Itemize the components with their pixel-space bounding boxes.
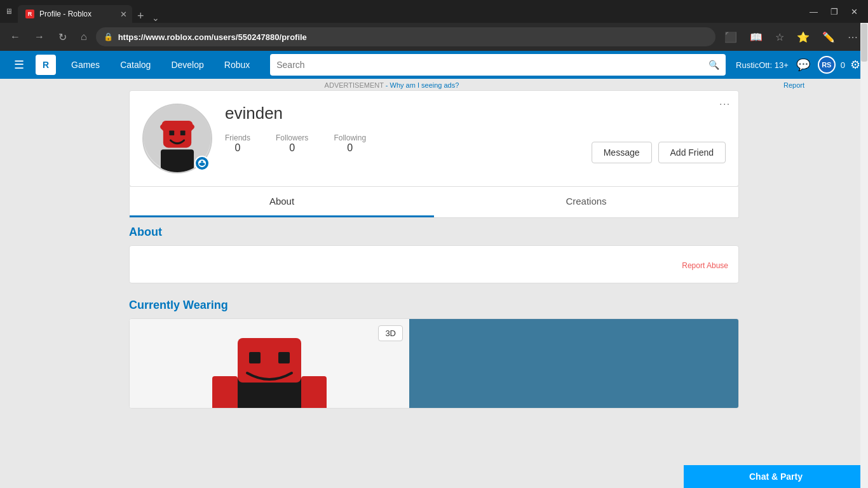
search-bar[interactable]: 🔍 [270,54,726,76]
bookmark-button[interactable]: ☆ [770,29,789,46]
favorites-button[interactable]: ⭐ [792,29,815,46]
svg-rect-12 [278,352,290,363]
wearing-card: 3D [129,318,739,409]
nav-catalog-link[interactable]: Catalog [110,51,161,79]
svg-rect-1 [161,149,194,172]
chat-party-bar[interactable]: Chat & Party [684,465,868,488]
home-button[interactable]: ⌂ [76,29,92,45]
minimize-button[interactable]: — [804,6,823,18]
tab-favicon: R [25,10,34,18]
profile-card: ··· [129,90,739,187]
address-text: https://www.roblox.com/users/550247880/p… [118,32,708,42]
roblox-logo[interactable]: R [36,55,56,75]
svg-rect-9 [301,376,327,408]
nav-actions: ⬛ 📖 ☆ ⭐ ✏️ ⋯ [719,29,863,46]
avatar-container [142,104,212,173]
add-friend-button[interactable]: Add Friend [658,142,726,163]
wearing-avatar-viewer: 3D [130,319,409,408]
titlebar-controls: — ❐ ✕ [804,6,863,18]
wearing-title: Currently Wearing [129,299,739,312]
toggle-3d-button[interactable]: 3D [378,325,403,341]
address-bar[interactable]: 🔒 https://www.roblox.com/users/550247880… [96,27,715,46]
friends-stat[interactable]: Friends 0 [225,133,250,154]
reader-view-button[interactable]: 📖 [745,29,768,46]
about-section: About Report Abuse [129,218,739,291]
username-display: RusticOtt: 13+ [736,60,789,70]
back-button[interactable]: ← [5,29,25,45]
profile-tabs: About Creations [129,187,739,218]
close-button[interactable]: ✕ [846,6,863,18]
followers-stat[interactable]: Followers 0 [276,133,308,154]
followers-count: 0 [276,142,308,154]
currently-wearing-section: Currently Wearing 3 [129,291,739,416]
advertisement-label: ADVERTISEMENT [325,81,384,89]
tab-title: Profile - Roblox [39,10,92,18]
extensions-button[interactable]: ⬛ [719,29,742,46]
rs-badge[interactable]: RS [818,56,836,74]
user-section: RusticOtt: 13+ 💬 RS 0 ⚙ [736,56,860,74]
nav-games-link[interactable]: Games [61,51,110,79]
following-count: 0 [334,142,366,154]
nav-robux-link[interactable]: Robux [214,51,260,79]
hamburger-menu-button[interactable]: ☰ [8,55,31,74]
browser-tab-active[interactable]: R Profile - Roblox ✕ [18,5,132,23]
following-label: Following [334,133,366,142]
scrollbar-track[interactable] [860,23,868,488]
browser-navbar: ← → ↻ ⌂ 🔒 https://www.roblox.com/users/5… [0,23,868,51]
browser-titlebar: 🖥 R Profile - Roblox ✕ + ⌄ — ❐ ✕ [0,0,868,23]
followers-label: Followers [276,133,308,142]
forward-button[interactable]: → [29,29,50,45]
tab-list-button[interactable]: ⌄ [149,13,162,23]
profile-username: evinden [225,104,726,123]
report-abuse-link[interactable]: Report Abuse [140,261,728,270]
tab-about[interactable]: About [130,187,434,217]
lock-icon: 🔒 [104,32,113,41]
avatar-badge [194,156,210,171]
page-content: ADVERTISEMENT - Why am I seeing ads? Rep… [0,79,868,488]
chat-icon-nav[interactable]: 💬 [794,58,813,72]
tab-close-button[interactable]: ✕ [120,10,127,19]
profile-actions: Message Add Friend [592,142,726,163]
svg-rect-6 [180,130,186,135]
roblox-nav-links: Games Catalog Develop Robux [61,51,260,79]
wearing-avatar-svg [174,319,365,408]
following-stat[interactable]: Following 0 [334,133,366,154]
message-button[interactable]: Message [592,142,652,163]
settings-icon[interactable]: ⚙ [850,58,860,72]
search-input[interactable] [276,60,703,70]
roblox-navbar: ☰ R Games Catalog Develop Robux 🔍 Rustic… [0,51,868,79]
why-ads-link[interactable]: - Why am I seeing ads? [384,81,459,89]
wearing-items-panel [409,319,738,408]
new-tab-button[interactable]: + [132,10,149,23]
svg-rect-5 [169,130,174,135]
browser-tab-bar: R Profile - Roblox ✕ + ⌄ [18,0,799,23]
reload-button[interactable]: ↻ [53,29,72,46]
svg-rect-8 [212,376,238,408]
tab-creations[interactable]: Creations [434,187,738,217]
maximize-button[interactable]: ❐ [825,6,843,18]
friends-label: Friends [225,133,250,142]
svg-rect-11 [249,352,261,363]
report-link[interactable]: Report [783,81,804,89]
more-options-button[interactable]: ··· [719,98,731,109]
robux-count: 0 [841,60,845,70]
friends-count: 0 [225,142,250,154]
window-icon: 🖥 [5,7,13,16]
svg-rect-10 [238,338,301,383]
notes-button[interactable]: ✏️ [817,29,840,46]
scrollbar-thumb[interactable] [861,24,867,62]
about-box: Report Abuse [129,245,739,283]
nav-develop-link[interactable]: Develop [161,51,214,79]
about-title: About [129,226,739,239]
search-icon[interactable]: 🔍 [709,60,719,70]
ad-bar: ADVERTISEMENT - Why am I seeing ads? Rep… [0,79,868,90]
